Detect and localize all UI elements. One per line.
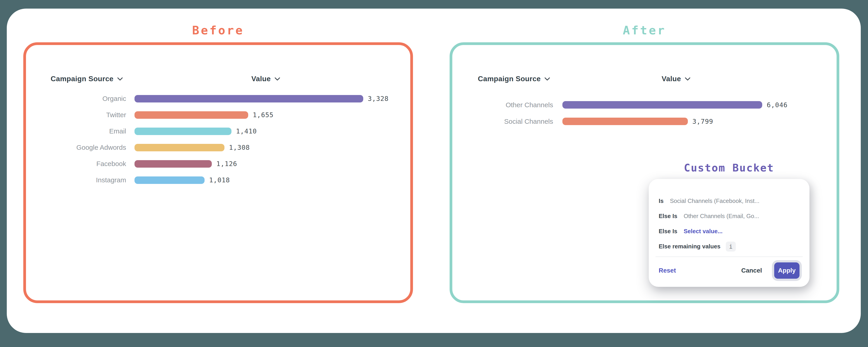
bar-twitter[interactable]	[134, 111, 248, 119]
dialog-divider	[655, 257, 803, 257]
column-header-label: Value	[662, 75, 681, 83]
chart-row: Facebook1,126	[26, 156, 410, 172]
rule-condition-label: Else Is	[659, 228, 677, 235]
bar-google-adwords[interactable]	[134, 144, 224, 151]
bar-other-channels[interactable]	[562, 101, 762, 109]
bar-email[interactable]	[134, 127, 231, 135]
chart-row: Instagram1,018	[26, 172, 410, 188]
after-title: After	[450, 24, 839, 37]
bucket-rule-4: Else remaining values i	[659, 239, 803, 254]
chevron-down-icon	[544, 77, 550, 81]
chart-row: Organic3,328	[26, 90, 410, 107]
bar-value-label: 3,799	[692, 118, 713, 125]
bar-value-label: 1,655	[253, 111, 274, 119]
chart-row: Twitter1,655	[26, 107, 410, 123]
bucket-rule-2: Else Is Other Channels (Email, Go...	[659, 208, 803, 224]
chevron-down-icon	[117, 77, 123, 81]
cancel-button[interactable]: Cancel	[741, 267, 762, 274]
column-header-label: Value	[251, 75, 271, 83]
chart-row: Google Adwords1,308	[26, 139, 410, 156]
bar-value-label: 1,308	[229, 144, 250, 151]
bar-facebook[interactable]	[134, 160, 212, 168]
category-label: Facebook	[26, 160, 126, 168]
custom-bucket-title: Custom Bucket	[661, 162, 797, 174]
before-column-header-campaign-source[interactable]: Campaign Source	[51, 75, 123, 83]
before-chart-rows: Organic3,328Twitter1,655Email1,410Google…	[26, 90, 410, 188]
bar-instagram[interactable]	[134, 176, 205, 184]
after-column-header-campaign-source[interactable]: Campaign Source	[478, 75, 550, 83]
rule-value-select[interactable]: Social Channels (Facebook, Inst...	[670, 198, 760, 204]
category-label: Email	[26, 127, 126, 135]
chart-row: Email1,410	[26, 123, 410, 139]
chevron-down-icon	[685, 77, 690, 81]
bar-value-label: 1,126	[216, 160, 237, 168]
chart-row: Social Channels3,799	[452, 113, 837, 129]
after-column-header-value[interactable]: Value	[662, 75, 690, 83]
reset-button[interactable]: Reset	[659, 267, 676, 274]
chart-row: Other Channels6,046	[452, 96, 837, 113]
before-panel: Campaign Source Value Organic3,328Twitte…	[23, 42, 413, 303]
before-title: Before	[23, 24, 413, 37]
rule-condition-label: Is	[659, 198, 664, 204]
bar-organic[interactable]	[134, 95, 363, 103]
category-label: Social Channels	[452, 118, 553, 125]
info-icon[interactable]: i	[726, 241, 736, 252]
before-column-header-value[interactable]: Value	[251, 75, 280, 83]
bar-value-label: 3,328	[368, 95, 389, 103]
category-label: Twitter	[26, 111, 126, 119]
bar-value-label: 1,410	[236, 127, 257, 135]
bucket-rules-list: Is Social Channels (Facebook, Inst... El…	[659, 194, 803, 254]
category-label: Google Adwords	[26, 144, 126, 151]
custom-bucket-dialog: Is Social Channels (Facebook, Inst... El…	[649, 179, 809, 287]
apply-button[interactable]: Apply	[774, 262, 800, 279]
category-label: Instagram	[26, 176, 126, 184]
after-chart-rows: Other Channels6,046Social Channels3,799	[452, 96, 837, 129]
page-background: { "app": { "background_color": "#4C696E"…	[0, 0, 868, 347]
chevron-down-icon	[274, 77, 280, 81]
bar-value-label: 1,018	[209, 176, 230, 184]
dialog-footer: Reset Cancel Apply	[659, 260, 800, 281]
bucket-rule-1: Is Social Channels (Facebook, Inst...	[659, 194, 803, 208]
column-header-label: Campaign Source	[51, 75, 114, 83]
bucket-rule-3: Else Is Select value...	[659, 224, 803, 239]
rule-condition-label: Else Is	[659, 213, 677, 220]
rule-condition-label: Else remaining values	[659, 243, 720, 250]
bar-value-label: 6,046	[767, 101, 787, 109]
select-value-link[interactable]: Select value...	[684, 228, 722, 235]
bar-social-channels[interactable]	[562, 118, 688, 125]
category-label: Organic	[26, 95, 126, 103]
category-label: Other Channels	[452, 101, 553, 109]
main-card: Before After Campaign Source Value Organ…	[7, 8, 861, 333]
rule-value-select[interactable]: Other Channels (Email, Go...	[684, 213, 759, 220]
column-header-label: Campaign Source	[478, 75, 541, 83]
